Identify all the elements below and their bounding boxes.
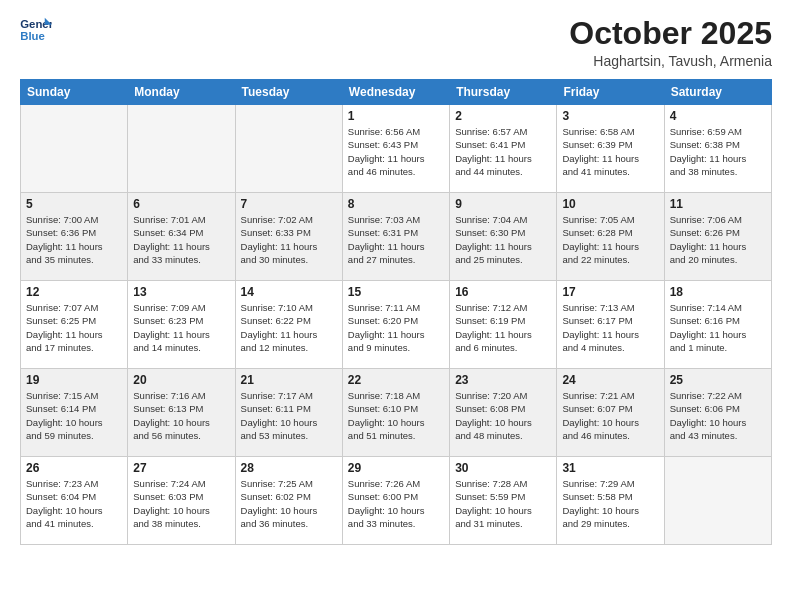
day-cell: 27Sunrise: 7:24 AM Sunset: 6:03 PM Dayli… xyxy=(128,457,235,545)
calendar-week-2: 5Sunrise: 7:00 AM Sunset: 6:36 PM Daylig… xyxy=(21,193,772,281)
day-number: 12 xyxy=(26,285,122,299)
day-number: 11 xyxy=(670,197,766,211)
day-cell: 25Sunrise: 7:22 AM Sunset: 6:06 PM Dayli… xyxy=(664,369,771,457)
day-cell: 23Sunrise: 7:20 AM Sunset: 6:08 PM Dayli… xyxy=(450,369,557,457)
day-number: 4 xyxy=(670,109,766,123)
day-info: Sunrise: 7:05 AM Sunset: 6:28 PM Dayligh… xyxy=(562,213,658,266)
header-tuesday: Tuesday xyxy=(235,80,342,105)
day-info: Sunrise: 7:06 AM Sunset: 6:26 PM Dayligh… xyxy=(670,213,766,266)
day-cell: 26Sunrise: 7:23 AM Sunset: 6:04 PM Dayli… xyxy=(21,457,128,545)
day-cell: 13Sunrise: 7:09 AM Sunset: 6:23 PM Dayli… xyxy=(128,281,235,369)
header-thursday: Thursday xyxy=(450,80,557,105)
day-info: Sunrise: 7:21 AM Sunset: 6:07 PM Dayligh… xyxy=(562,389,658,442)
day-cell: 20Sunrise: 7:16 AM Sunset: 6:13 PM Dayli… xyxy=(128,369,235,457)
day-number: 8 xyxy=(348,197,444,211)
day-cell: 30Sunrise: 7:28 AM Sunset: 5:59 PM Dayli… xyxy=(450,457,557,545)
day-number: 28 xyxy=(241,461,337,475)
day-cell xyxy=(235,105,342,193)
day-info: Sunrise: 7:24 AM Sunset: 6:03 PM Dayligh… xyxy=(133,477,229,530)
day-number: 2 xyxy=(455,109,551,123)
day-cell: 7Sunrise: 7:02 AM Sunset: 6:33 PM Daylig… xyxy=(235,193,342,281)
day-info: Sunrise: 7:00 AM Sunset: 6:36 PM Dayligh… xyxy=(26,213,122,266)
day-cell xyxy=(128,105,235,193)
day-cell: 22Sunrise: 7:18 AM Sunset: 6:10 PM Dayli… xyxy=(342,369,449,457)
day-number: 9 xyxy=(455,197,551,211)
day-info: Sunrise: 7:15 AM Sunset: 6:14 PM Dayligh… xyxy=(26,389,122,442)
header-sunday: Sunday xyxy=(21,80,128,105)
day-number: 5 xyxy=(26,197,122,211)
day-info: Sunrise: 6:58 AM Sunset: 6:39 PM Dayligh… xyxy=(562,125,658,178)
month-title: October 2025 xyxy=(569,16,772,51)
day-cell: 19Sunrise: 7:15 AM Sunset: 6:14 PM Dayli… xyxy=(21,369,128,457)
day-number: 19 xyxy=(26,373,122,387)
day-info: Sunrise: 7:25 AM Sunset: 6:02 PM Dayligh… xyxy=(241,477,337,530)
page: General Blue General Blue October 2025 H… xyxy=(0,0,792,612)
day-number: 31 xyxy=(562,461,658,475)
svg-text:Blue: Blue xyxy=(20,30,45,42)
day-cell: 24Sunrise: 7:21 AM Sunset: 6:07 PM Dayli… xyxy=(557,369,664,457)
day-cell: 16Sunrise: 7:12 AM Sunset: 6:19 PM Dayli… xyxy=(450,281,557,369)
day-number: 10 xyxy=(562,197,658,211)
day-number: 1 xyxy=(348,109,444,123)
day-number: 30 xyxy=(455,461,551,475)
day-info: Sunrise: 7:22 AM Sunset: 6:06 PM Dayligh… xyxy=(670,389,766,442)
day-info: Sunrise: 7:10 AM Sunset: 6:22 PM Dayligh… xyxy=(241,301,337,354)
day-info: Sunrise: 7:29 AM Sunset: 5:58 PM Dayligh… xyxy=(562,477,658,530)
day-info: Sunrise: 7:16 AM Sunset: 6:13 PM Dayligh… xyxy=(133,389,229,442)
header-friday: Friday xyxy=(557,80,664,105)
day-number: 17 xyxy=(562,285,658,299)
day-info: Sunrise: 6:59 AM Sunset: 6:38 PM Dayligh… xyxy=(670,125,766,178)
day-number: 3 xyxy=(562,109,658,123)
day-info: Sunrise: 7:20 AM Sunset: 6:08 PM Dayligh… xyxy=(455,389,551,442)
day-cell: 8Sunrise: 7:03 AM Sunset: 6:31 PM Daylig… xyxy=(342,193,449,281)
day-cell: 2Sunrise: 6:57 AM Sunset: 6:41 PM Daylig… xyxy=(450,105,557,193)
day-cell: 14Sunrise: 7:10 AM Sunset: 6:22 PM Dayli… xyxy=(235,281,342,369)
day-info: Sunrise: 6:57 AM Sunset: 6:41 PM Dayligh… xyxy=(455,125,551,178)
header: General Blue General Blue October 2025 H… xyxy=(20,16,772,69)
day-cell: 29Sunrise: 7:26 AM Sunset: 6:00 PM Dayli… xyxy=(342,457,449,545)
day-number: 18 xyxy=(670,285,766,299)
day-cell: 3Sunrise: 6:58 AM Sunset: 6:39 PM Daylig… xyxy=(557,105,664,193)
day-info: Sunrise: 7:26 AM Sunset: 6:00 PM Dayligh… xyxy=(348,477,444,530)
calendar-week-5: 26Sunrise: 7:23 AM Sunset: 6:04 PM Dayli… xyxy=(21,457,772,545)
calendar-week-3: 12Sunrise: 7:07 AM Sunset: 6:25 PM Dayli… xyxy=(21,281,772,369)
day-cell xyxy=(664,457,771,545)
header-row: Sunday Monday Tuesday Wednesday Thursday… xyxy=(21,80,772,105)
day-number: 14 xyxy=(241,285,337,299)
day-info: Sunrise: 7:11 AM Sunset: 6:20 PM Dayligh… xyxy=(348,301,444,354)
day-number: 13 xyxy=(133,285,229,299)
day-number: 24 xyxy=(562,373,658,387)
day-cell: 31Sunrise: 7:29 AM Sunset: 5:58 PM Dayli… xyxy=(557,457,664,545)
day-info: Sunrise: 7:13 AM Sunset: 6:17 PM Dayligh… xyxy=(562,301,658,354)
day-info: Sunrise: 7:14 AM Sunset: 6:16 PM Dayligh… xyxy=(670,301,766,354)
day-info: Sunrise: 7:18 AM Sunset: 6:10 PM Dayligh… xyxy=(348,389,444,442)
day-info: Sunrise: 7:07 AM Sunset: 6:25 PM Dayligh… xyxy=(26,301,122,354)
day-number: 26 xyxy=(26,461,122,475)
calendar-table: Sunday Monday Tuesday Wednesday Thursday… xyxy=(20,79,772,545)
day-cell: 28Sunrise: 7:25 AM Sunset: 6:02 PM Dayli… xyxy=(235,457,342,545)
day-info: Sunrise: 7:03 AM Sunset: 6:31 PM Dayligh… xyxy=(348,213,444,266)
day-info: Sunrise: 7:23 AM Sunset: 6:04 PM Dayligh… xyxy=(26,477,122,530)
day-info: Sunrise: 6:56 AM Sunset: 6:43 PM Dayligh… xyxy=(348,125,444,178)
day-cell: 6Sunrise: 7:01 AM Sunset: 6:34 PM Daylig… xyxy=(128,193,235,281)
day-cell: 15Sunrise: 7:11 AM Sunset: 6:20 PM Dayli… xyxy=(342,281,449,369)
day-info: Sunrise: 7:02 AM Sunset: 6:33 PM Dayligh… xyxy=(241,213,337,266)
logo-icon: General Blue xyxy=(20,16,52,44)
location: Haghartsin, Tavush, Armenia xyxy=(569,53,772,69)
day-number: 23 xyxy=(455,373,551,387)
header-monday: Monday xyxy=(128,80,235,105)
day-number: 21 xyxy=(241,373,337,387)
header-wednesday: Wednesday xyxy=(342,80,449,105)
day-cell: 11Sunrise: 7:06 AM Sunset: 6:26 PM Dayli… xyxy=(664,193,771,281)
day-info: Sunrise: 7:17 AM Sunset: 6:11 PM Dayligh… xyxy=(241,389,337,442)
calendar-week-4: 19Sunrise: 7:15 AM Sunset: 6:14 PM Dayli… xyxy=(21,369,772,457)
day-number: 29 xyxy=(348,461,444,475)
title-section: October 2025 Haghartsin, Tavush, Armenia xyxy=(569,16,772,69)
day-number: 15 xyxy=(348,285,444,299)
day-cell: 12Sunrise: 7:07 AM Sunset: 6:25 PM Dayli… xyxy=(21,281,128,369)
day-number: 22 xyxy=(348,373,444,387)
day-cell: 21Sunrise: 7:17 AM Sunset: 6:11 PM Dayli… xyxy=(235,369,342,457)
day-cell: 10Sunrise: 7:05 AM Sunset: 6:28 PM Dayli… xyxy=(557,193,664,281)
day-info: Sunrise: 7:01 AM Sunset: 6:34 PM Dayligh… xyxy=(133,213,229,266)
header-saturday: Saturday xyxy=(664,80,771,105)
